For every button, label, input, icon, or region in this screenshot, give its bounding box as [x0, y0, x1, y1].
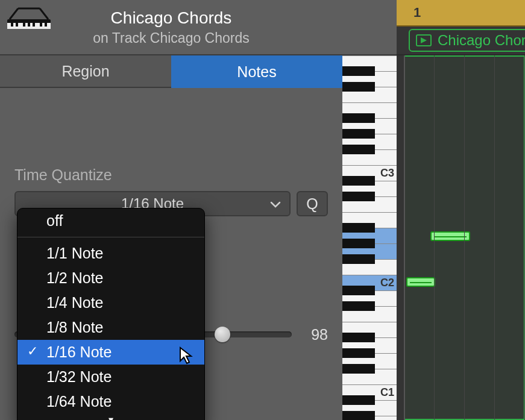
piano-black-key[interactable]	[342, 113, 375, 123]
quantize-option-off[interactable]: off	[17, 208, 204, 233]
tab-region[interactable]: Region	[0, 55, 171, 88]
octave-label: C3	[380, 167, 394, 180]
quantize-option-1-1[interactable]: 1/1 Note	[17, 241, 204, 266]
quantize-option-1-8[interactable]: 1/8 Note	[17, 315, 204, 340]
app-root: Chicago Chords on Track Chicago Chords R…	[0, 0, 525, 420]
piano-black-key[interactable]	[342, 82, 375, 92]
svg-rect-6	[33, 23, 35, 27]
clip-header[interactable]: Chicago Chor	[397, 27, 525, 55]
gridline	[464, 55, 465, 420]
svg-rect-2	[11, 23, 13, 27]
gridline	[434, 55, 435, 420]
quantize-option-1-4[interactable]: 1/4 Note	[17, 290, 204, 315]
piano-black-key[interactable]	[342, 254, 375, 264]
svg-rect-3	[16, 23, 18, 27]
octave-label: C1	[380, 386, 394, 399]
piano-roll-grid[interactable]	[397, 55, 525, 420]
chevron-down-icon	[270, 195, 281, 212]
bar-number: 1	[413, 5, 421, 20]
piano-black-key[interactable]	[342, 66, 375, 76]
inspector-panel: Chicago Chords on Track Chicago Chords R…	[0, 0, 342, 420]
quantize-option-1-32[interactable]: 1/32 Note	[17, 365, 204, 389]
svg-rect-8	[45, 23, 47, 27]
region-title: Chicago Chords	[93, 8, 250, 28]
piano-black-key[interactable]	[342, 176, 375, 186]
piano-black-key[interactable]	[342, 333, 375, 342]
piano-black-key[interactable]	[342, 192, 375, 201]
velocity-value: 98	[301, 326, 328, 343]
header: Chicago Chords on Track Chicago Chords	[0, 0, 342, 55]
piano-roll-editor: 1 Chicago Chor	[397, 0, 525, 420]
svg-line-10	[40, 8, 48, 19]
piano-black-key[interactable]	[342, 364, 375, 374]
velocity-thumb[interactable]	[215, 327, 230, 342]
svg-rect-4	[23, 23, 25, 27]
midi-note[interactable]	[406, 277, 435, 287]
time-quantize-label: Time Quantize	[14, 166, 328, 184]
keyboard-icon	[6, 5, 53, 37]
quantize-popup: off 1/1 Note 1/2 Note 1/4 Note 1/8 Note …	[17, 208, 205, 420]
piano-black-key[interactable]	[342, 145, 375, 154]
gridline	[404, 55, 405, 420]
popup-more-icon[interactable]: ▾	[17, 414, 204, 420]
piano-black-key[interactable]	[342, 223, 375, 233]
timeline-ruler[interactable]: 1	[397, 0, 525, 27]
piano-keyboard[interactable]: C3C2C1	[342, 0, 397, 420]
clip-name: Chicago Chor	[438, 32, 525, 49]
piano-black-key[interactable]	[342, 411, 375, 420]
piano-black-key[interactable]	[342, 301, 375, 311]
svg-rect-5	[28, 23, 30, 27]
tab-bar: Region Notes	[0, 55, 342, 88]
svg-rect-7	[40, 23, 42, 27]
quantize-option-1-2[interactable]: 1/2 Note	[17, 266, 204, 290]
tab-notes[interactable]: Notes	[171, 55, 342, 88]
piano-black-key[interactable]	[342, 348, 375, 358]
svg-marker-12	[421, 37, 427, 43]
play-icon	[416, 34, 432, 46]
svg-line-9	[10, 8, 18, 19]
popup-divider	[17, 237, 204, 237]
octave-label: C2	[380, 277, 394, 289]
piano-black-key[interactable]	[342, 129, 375, 139]
piano-black-key[interactable]	[342, 286, 375, 295]
piano-black-key[interactable]	[342, 239, 375, 248]
region-subtitle: on Track Chicago Chords	[93, 30, 250, 46]
gridline	[494, 55, 495, 420]
quantize-option-1-64[interactable]: 1/64 Note	[17, 389, 204, 414]
piano-black-key[interactable]	[342, 395, 375, 405]
quantize-button[interactable]: Q	[297, 191, 328, 216]
quantize-option-1-16[interactable]: 1/16 Note	[17, 340, 204, 365]
